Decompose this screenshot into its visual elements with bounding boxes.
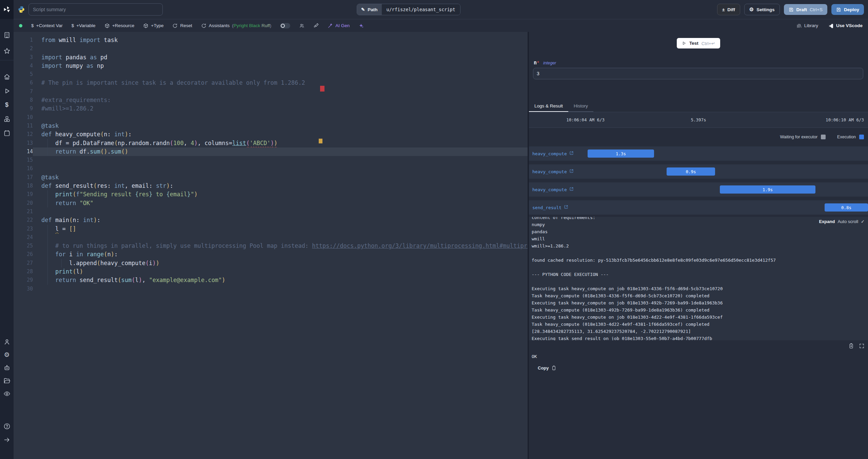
format-brush-button[interactable] [313,23,319,28]
line-content[interactable] [33,233,528,242]
code-line[interactable]: 12def heavy_compute(n: int): [14,130,528,139]
line-content[interactable]: # to run things in parallel, simply use … [33,242,528,250]
code-line[interactable]: 4import numpy as np [14,62,528,70]
tab-logs-result[interactable]: Logs & Result [529,100,568,112]
task-job-link[interactable]: heavy_compute [532,182,574,197]
ai-gen-button[interactable]: AI Gen [328,23,350,28]
line-content[interactable]: l.append(heavy_compute(i)) [33,259,528,267]
copy-result-button[interactable]: Copy [538,365,556,371]
code-line[interactable]: 14 return df.sum().sum() [14,147,528,156]
users-icon[interactable] [0,338,14,345]
add-resource-button[interactable]: +Resource [104,23,135,28]
line-content[interactable]: for i in range(n): [33,250,528,259]
workers-robot-icon[interactable] [0,364,14,372]
external-link-icon[interactable] [569,151,574,156]
line-content[interactable]: return send_result(sum(l), "example@exam… [33,276,528,284]
assistant-toggle[interactable] [280,23,290,28]
code-line[interactable]: 13 df = pd.DataFrame(np.random.randn(100… [14,139,528,147]
code-line[interactable]: 30 [14,285,528,293]
collapse-arrow-icon[interactable] [0,436,14,443]
windmill-logo[interactable] [0,0,14,19]
line-content[interactable]: #wmill>=1.286.2 [33,104,528,113]
code-line[interactable]: 17@task [14,173,528,182]
code-line[interactable]: 9#wmill>=1.286.2 [14,104,528,113]
task-job-link[interactable]: heavy_compute [532,146,574,161]
autoscroll-label[interactable]: Auto scroll [837,219,858,224]
line-content[interactable]: @task [33,173,528,182]
library-button[interactable]: Library [796,23,818,28]
workspace-icon[interactable] [0,32,14,39]
settings-gear-icon[interactable]: ⚙ [0,352,14,358]
task-job-link[interactable]: heavy_compute [532,164,574,179]
code-line[interactable]: 24 [14,233,528,242]
draft-button[interactable]: Draft Ctrl+S [784,4,827,15]
code-line[interactable]: 29 return send_result(sum(l), "example@e… [14,276,528,284]
help-icon[interactable] [0,423,14,430]
schedules-calendar-icon[interactable] [0,129,14,137]
code-line[interactable]: 5 [14,70,528,79]
logs-output[interactable]: content of requirements:numpypandaswmill… [529,217,868,340]
code-line[interactable]: 1from wmill import task [14,36,528,44]
folders-icon[interactable] [0,377,14,384]
line-content[interactable] [33,285,528,293]
code-line[interactable]: 20 return "OK" [14,199,528,207]
code-line[interactable]: 25 # to run things in parallel, simply u… [14,242,528,250]
path-edit-button[interactable]: ✎ Path [357,4,382,15]
sparkles-icon[interactable] [358,23,364,28]
line-content[interactable]: def main(n: int): [33,216,528,224]
path-group[interactable]: ✎ Path u/rfiszel/pleasant_script [357,4,460,15]
line-content[interactable]: return df.sum().sum() [33,147,528,156]
line-content[interactable] [33,70,528,79]
test-button[interactable]: Test Ctrl+↵ [677,38,720,48]
line-content[interactable]: def send_result(res: int, email: str): [33,182,528,190]
code-line[interactable]: 3import pandas as pd [14,53,528,62]
code-line[interactable]: 15 [14,156,528,164]
add-context-var-button[interactable]: $ +Context Var [31,23,63,28]
line-content[interactable]: @task [33,122,528,130]
use-vscode-button[interactable]: Use VScode [828,23,863,28]
external-link-icon[interactable] [569,187,574,192]
line-content[interactable] [33,113,528,122]
code-lines[interactable]: 1from wmill import task23import pandas a… [14,32,528,293]
deploy-button[interactable]: Deploy [831,4,864,15]
code-line[interactable]: 28 print(l) [14,267,528,276]
runs-play-icon[interactable] [0,87,14,95]
tab-history[interactable]: History [568,100,593,112]
line-content[interactable] [33,207,528,216]
assistants-button[interactable]: Assistants (Pyright Black Ruff) [201,23,272,28]
settings-button[interactable]: ⚙ Settings [744,4,780,15]
line-content[interactable]: def heavy_compute(n: int): [33,130,528,139]
line-content[interactable]: #extra_requirements: [33,96,528,104]
multiplayer-button[interactable] [299,23,304,28]
add-type-button[interactable]: +Type [143,23,163,28]
line-content[interactable] [33,164,528,173]
code-line[interactable]: 16 [14,164,528,173]
variables-dollar-icon[interactable]: $ [0,102,14,108]
code-line[interactable]: 10 [14,113,528,122]
code-line[interactable]: 11@task [14,122,528,130]
home-icon[interactable] [0,73,14,80]
line-content[interactable]: import numpy as np [33,62,528,70]
line-content[interactable]: import pandas as pd [33,53,528,62]
favorites-star-icon[interactable] [0,47,14,55]
code-line[interactable]: 6# The pin is important since task is a … [14,79,528,87]
arg-n-input[interactable] [533,68,863,79]
line-content[interactable]: from wmill import task [33,36,528,44]
line-content[interactable]: df = pd.DataFrame(np.random.randn(100, 4… [33,139,528,147]
code-line[interactable]: 23 l = [] [14,225,528,233]
copy-json-icon[interactable] [848,343,854,349]
reset-button[interactable]: Reset [172,23,192,28]
external-link-icon[interactable] [564,205,568,210]
line-content[interactable]: # The pin is important since task is a d… [33,79,528,87]
code-line[interactable]: 7 [14,87,528,96]
code-line[interactable]: 27 l.append(heavy_compute(i)) [14,259,528,267]
task-job-link[interactable]: send_result [532,200,568,215]
external-link-icon[interactable] [569,169,574,174]
code-line[interactable]: 8#extra_requirements: [14,96,528,104]
expand-button[interactable]: Expand [819,219,835,224]
code-line[interactable]: 26 for i in range(n): [14,250,528,259]
code-line[interactable]: 19 print(f"Sending result {res} to {emai… [14,190,528,199]
audit-eye-icon[interactable] [0,390,14,397]
code-line[interactable]: 21 [14,207,528,216]
fullscreen-icon[interactable] [859,343,865,349]
